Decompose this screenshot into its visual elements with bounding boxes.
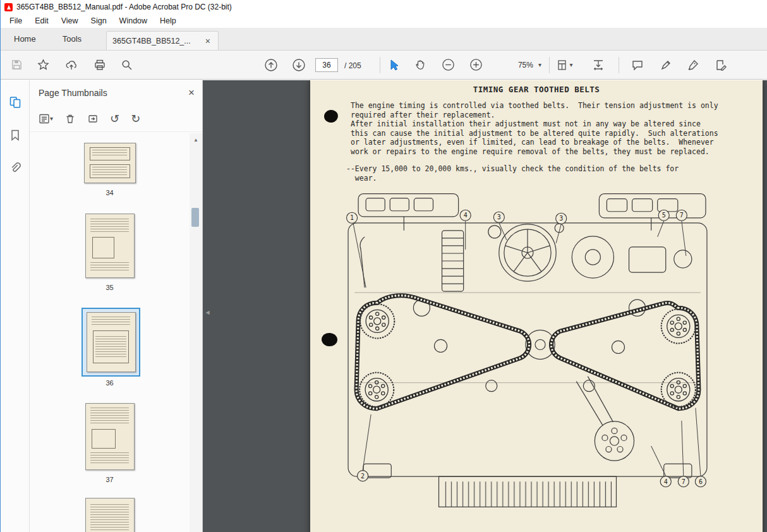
chevron-down-icon: ▾ — [569, 62, 572, 68]
page-count-label: / 205 — [344, 61, 361, 70]
page-thumbnails-panel: Page Thumbnails × ▾ — [30, 80, 203, 532]
rotate-right-button[interactable]: ↻ — [131, 112, 140, 126]
callout-number: 7 — [680, 212, 684, 219]
page-note: --Every 15,000 to 20,000 kms., visually … — [346, 164, 730, 183]
options-list-icon — [39, 113, 50, 124]
arrow-down-circle-icon — [292, 58, 306, 72]
document-canvas[interactable]: ◀ TIMING GEAR TOOTHED BELTS The engine t… — [203, 80, 767, 532]
punch-hole — [323, 109, 339, 124]
zoom-level-value: 75% — [518, 61, 533, 70]
menu-sign[interactable]: Sign — [85, 15, 113, 27]
scrollbar-thumb[interactable] — [191, 208, 199, 227]
cloud-upload-icon — [65, 59, 78, 71]
attachments-panel-button[interactable] — [7, 160, 23, 176]
previous-page-button[interactable] — [261, 55, 281, 75]
select-tool-button[interactable] — [384, 55, 404, 75]
rotate-ccw-icon: ↺ — [110, 112, 119, 126]
page-heading: TIMING GEAR TOOTHED BELTS — [310, 85, 763, 94]
thumbnail-preview — [84, 143, 136, 183]
menu-view[interactable]: View — [55, 15, 85, 27]
tab-tools[interactable]: Tools — [49, 28, 95, 50]
page-view-button[interactable]: ▾ — [552, 55, 578, 75]
chevron-down-icon: ▾ — [538, 62, 541, 68]
page-pen-icon — [715, 59, 727, 71]
hand-icon — [414, 59, 426, 71]
rotate-left-button[interactable]: ↺ — [110, 112, 119, 126]
menu-file[interactable]: File — [3, 15, 28, 27]
callout-number: 2 — [361, 473, 365, 480]
panel-header: Page Thumbnails × — [30, 80, 202, 106]
delete-pages-button[interactable] — [64, 113, 76, 124]
collapse-panel-button[interactable]: ◀ — [203, 303, 212, 322]
zoom-in-button[interactable] — [466, 55, 486, 75]
callout-number: 4 — [664, 478, 668, 485]
panel-title: Page Thumbnails — [39, 88, 107, 98]
thumbnail-page-34[interactable]: 34 — [30, 143, 190, 196]
thumbnail-preview — [87, 312, 136, 372]
thumbnail-page-38[interactable] — [30, 498, 190, 532]
window-title: 365GT4BB_BB512_Manual.pdf - Adobe Acroba… — [16, 3, 232, 11]
save-button[interactable] — [6, 55, 27, 75]
tab-close-icon[interactable]: × — [203, 36, 212, 46]
fill-sign-button[interactable] — [683, 55, 703, 75]
bookmarks-panel-button[interactable] — [7, 127, 23, 143]
highlight-button[interactable] — [656, 55, 676, 75]
thumbnail-page-37[interactable]: 37 — [30, 403, 190, 483]
send-for-signature-button[interactable] — [711, 55, 731, 75]
thumbnail-page-number: 34 — [106, 189, 113, 196]
hand-tool-button[interactable] — [410, 55, 430, 75]
comment-button[interactable] — [627, 55, 648, 75]
thumbnail-page-35[interactable]: 35 — [30, 214, 190, 291]
paperclip-icon — [9, 162, 21, 174]
extract-pages-button[interactable] — [87, 113, 99, 124]
main-toolbar: / 205 75% ▾ — [1, 51, 767, 80]
page-thumbnails-icon — [9, 96, 21, 109]
navigation-rail — [1, 80, 30, 532]
star-icon — [37, 59, 49, 71]
share-cloud-button[interactable] — [61, 55, 82, 75]
page-thumbnails-panel-button[interactable] — [7, 94, 23, 111]
save-icon — [11, 59, 23, 71]
thumbnail-preview — [85, 498, 135, 532]
scroll-mode-icon — [592, 59, 605, 71]
tab-home[interactable]: Home — [1, 28, 49, 50]
zoom-out-button[interactable] — [438, 55, 458, 75]
printer-icon — [94, 59, 106, 71]
menu-window[interactable]: Window — [113, 15, 154, 27]
thumbnail-preview — [85, 403, 135, 470]
thumbnails-options-button[interactable]: ▾ — [39, 113, 53, 124]
toolbar-separator — [380, 57, 380, 73]
tab-document[interactable]: 365GT4BB_BB512_... × — [106, 31, 219, 50]
find-button[interactable] — [117, 55, 137, 75]
magnifier-icon — [121, 59, 133, 71]
toolbar-separator — [549, 57, 550, 73]
page-number-input[interactable] — [315, 58, 338, 72]
next-page-button[interactable] — [289, 55, 309, 75]
print-button[interactable] — [90, 55, 110, 75]
chevron-down-icon: ▾ — [50, 116, 53, 122]
favorite-button[interactable] — [33, 55, 53, 75]
acrobat-app-icon — [4, 3, 13, 11]
minus-circle-icon — [442, 58, 455, 71]
callout-number: 7 — [682, 478, 685, 485]
thumbnail-page-36-selected[interactable] — [82, 308, 140, 377]
callout-number: 5 — [662, 212, 666, 219]
menu-edit[interactable]: Edit — [28, 15, 55, 27]
scroll-up-arrow-icon[interactable]: ▲ — [190, 137, 202, 143]
zoom-level-dropdown[interactable]: 75% ▾ — [500, 58, 541, 72]
panel-close-icon[interactable]: × — [188, 87, 195, 99]
page-paragraph-2: After initial installation their adjustm… — [351, 119, 735, 156]
trash-icon — [64, 113, 76, 124]
callout-number: 1 — [350, 214, 354, 221]
menu-bar: File Edit View Sign Window Help — [1, 14, 767, 28]
scroll-mode-button[interactable] — [588, 55, 608, 75]
callout-number: 6 — [699, 478, 703, 485]
thumbnail-scrollbar[interactable]: ▲ — [190, 133, 202, 532]
thumbnail-page-36-label-row: 36 — [30, 379, 190, 387]
bookmark-icon — [9, 129, 21, 142]
title-bar: 365GT4BB_BB512_Manual.pdf - Adobe Acroba… — [1, 0, 767, 14]
punch-hole — [321, 332, 338, 347]
acrobat-window: 365GT4BB_BB512_Manual.pdf - Adobe Acroba… — [0, 0, 767, 532]
menu-help[interactable]: Help — [154, 15, 183, 27]
page-paragraph-1: The engine timing is controlled via toot… — [351, 101, 735, 119]
